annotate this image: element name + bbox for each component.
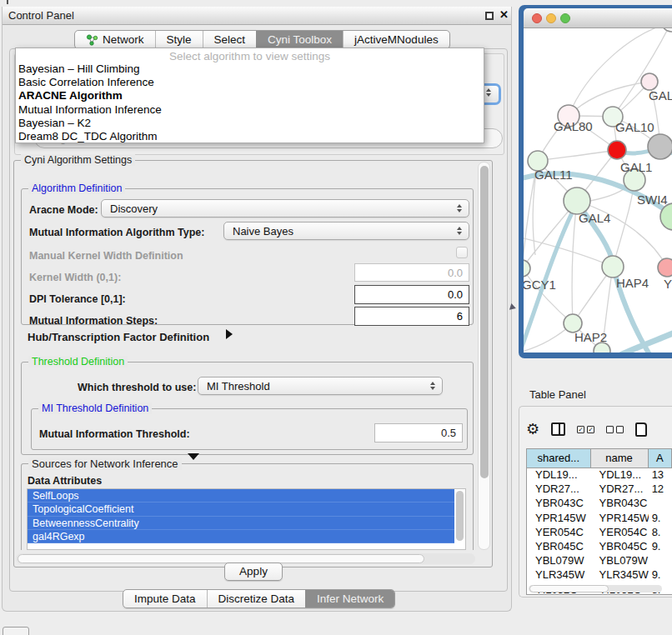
aracne-mode-combobox[interactable]: Discovery	[101, 199, 469, 218]
settings-vscrollbar[interactable]	[478, 162, 490, 550]
float-window-icon[interactable]	[485, 12, 494, 20]
tab-network-label: Network	[103, 33, 144, 46]
algorithm-dropdown-popup: Select algorithm to view settings Bayesi…	[15, 48, 484, 143]
gear-icon[interactable]: ⚙	[526, 422, 539, 437]
table-header-row: shared... name A	[527, 449, 672, 468]
tab-infer-network[interactable]: Infer Network	[305, 590, 394, 608]
node-gal[interactable]	[641, 73, 658, 90]
aracne-mode-value: Discovery	[110, 202, 158, 215]
algorithm-option-selected[interactable]: ARACNE Algorithm	[16, 89, 484, 102]
cell: YBR043C	[591, 497, 649, 511]
control-panel-window: Control Panel ✕ Network Style Select Cyn…	[2, 7, 512, 612]
collapse-down-icon[interactable]	[188, 453, 199, 460]
dpi-tolerance-field[interactable]: 0.0	[354, 285, 469, 304]
settings-vscrollbar-thumb[interactable]	[480, 166, 489, 478]
node-table: shared... name A YDL19...YDL19...13 YDR2…	[526, 448, 672, 595]
tab-impute-data[interactable]: Impute Data	[123, 590, 207, 608]
data-attributes-list[interactable]: SelfLoops TopologicalCoefficient Between…	[27, 488, 466, 550]
algorithm-option[interactable]: Basic Correlation Inference	[16, 76, 484, 89]
tab-style[interactable]: Style	[155, 31, 203, 48]
table-hscrollbar[interactable]	[529, 585, 662, 592]
top-edge-artifact	[7, 0, 8, 4]
table-row[interactable]: YDR27...YDR27...12	[527, 482, 672, 497]
attribute-item[interactable]: gal4RGexp	[28, 530, 454, 543]
bottom-left-partial-button[interactable]	[3, 627, 29, 635]
table-row[interactable]: YLR345WYLR345W9.	[527, 568, 672, 582]
combo-arrows-icon	[430, 382, 435, 390]
column-header-name[interactable]: name	[591, 449, 649, 468]
node-hap4[interactable]	[602, 256, 624, 278]
minimize-traffic-light-icon[interactable]	[546, 13, 556, 23]
node-gray[interactable]	[648, 134, 672, 159]
table-row[interactable]: YPR145WYPR145W9.	[527, 512, 672, 526]
data-attributes-label: Data Attributes	[28, 475, 102, 487]
cell: 9.	[649, 512, 672, 526]
table-row[interactable]: YDL19...YDL19...13	[527, 468, 672, 482]
table-row[interactable]: YBR045CYBR045C9.	[527, 540, 672, 554]
tab-discretize-data[interactable]: Discretize Data	[207, 590, 306, 608]
label-y: Y	[664, 277, 672, 291]
control-panel-title: Control Panel	[8, 9, 74, 22]
column-browser-icon[interactable]	[551, 422, 565, 436]
node-gal1-red[interactable]	[608, 141, 626, 159]
mi-algorithm-type-combobox[interactable]: Naive Bayes	[223, 222, 469, 240]
hub-tf-definition-label[interactable]: Hub/Transcription Factor Definition	[28, 331, 209, 343]
manual-kernel-width-label: Manual Kernel Width Definition	[29, 250, 183, 262]
column-header-partial[interactable]: A	[649, 449, 672, 468]
algorithm-option[interactable]: Bayesian – K2	[16, 117, 484, 130]
node-gcy1[interactable]	[524, 260, 530, 277]
bottom-tabbar: Impute Data Discretize Data Infer Networ…	[123, 589, 395, 608]
mi-steps-field[interactable]: 6	[354, 307, 469, 326]
which-threshold-combobox[interactable]: MI Threshold	[198, 377, 443, 395]
attribute-item[interactable]: SelfLoops	[28, 489, 454, 502]
close-icon[interactable]: ✕	[499, 8, 509, 21]
attribute-item[interactable]: TopologicalCoefficient	[28, 502, 454, 516]
manual-kernel-width-checkbox[interactable]	[456, 247, 468, 258]
algorithm-option[interactable]: Dream8 DC_TDC Algorithm	[16, 130, 484, 143]
apply-button[interactable]: Apply	[224, 562, 283, 581]
cell: 8.	[649, 526, 672, 540]
cell: YPR145W	[591, 512, 649, 526]
label-gal4: GAL4	[579, 211, 610, 225]
column-header-shared-name[interactable]: shared...	[527, 449, 591, 468]
algorithm-option[interactable]: Bayesian – Hill Climbing	[16, 62, 484, 76]
network-view-window: GAL GAL80 GAL10 GAL1 GAL11 SWI4 GAL4 GCY…	[519, 5, 672, 358]
table-hscrollbar-thumb[interactable]	[529, 585, 609, 592]
network-canvas[interactable]: GAL GAL80 GAL10 GAL1 GAL11 SWI4 GAL4 GCY…	[524, 28, 672, 352]
label-gal10: GAL10	[615, 120, 654, 134]
table-row[interactable]: YBL079WYBL079W	[527, 554, 672, 568]
algorithm-option[interactable]: Mutual Information Inference	[16, 103, 484, 117]
deselect-all-columns-icon[interactable]	[606, 426, 624, 433]
label-gal11: GAL11	[534, 168, 573, 182]
zoom-traffic-light-icon[interactable]	[560, 13, 570, 23]
cell: 13	[649, 468, 672, 482]
tab-select[interactable]: Select	[203, 31, 257, 48]
node-salmon[interactable]	[658, 258, 672, 277]
export-table-icon[interactable]	[635, 422, 647, 437]
tab-cyni-toolbox-label: Cyni Toolbox	[268, 33, 332, 46]
tab-jactivemnodules[interactable]: jActiveMNodules	[343, 31, 449, 48]
sources-title: Sources for Network Inference	[28, 458, 182, 470]
tab-cyni-toolbox[interactable]: Cyni Toolbox	[256, 31, 343, 48]
attributes-scrollbar-thumb[interactable]	[456, 491, 464, 541]
label-swi4: SWI4	[637, 192, 668, 207]
select-all-columns-icon[interactable]: ✓✓	[577, 426, 594, 433]
cell: YBR045C	[527, 540, 591, 554]
tab-network[interactable]: Network	[75, 31, 155, 48]
cell: YBR043C	[527, 497, 591, 511]
close-traffic-light-icon[interactable]	[532, 13, 542, 23]
table-row[interactable]: YER054CYER054C8.	[527, 526, 672, 540]
attribute-item[interactable]: BetweennessCentrality	[28, 517, 454, 530]
settings-hscrollbar-thumb[interactable]	[18, 554, 424, 563]
kernel-width-field[interactable]: 0.0	[354, 263, 469, 282]
mi-threshold-field[interactable]: 0.5	[374, 423, 463, 442]
tab-infer-network-label: Infer Network	[317, 592, 384, 605]
algorithm-prompt: Select algorithm to view settings	[16, 48, 484, 62]
cell: YBL079W	[591, 554, 649, 568]
node-unlabeled[interactable]	[662, 28, 672, 32]
control-panel-titlebar: Control Panel ✕	[3, 7, 511, 25]
expand-right-icon[interactable]	[226, 329, 233, 339]
table-row[interactable]: YBR043CYBR043C	[527, 497, 672, 511]
table-toolbar: ⚙ ✓✓	[526, 413, 672, 445]
network-window-titlebar[interactable]	[524, 8, 672, 28]
